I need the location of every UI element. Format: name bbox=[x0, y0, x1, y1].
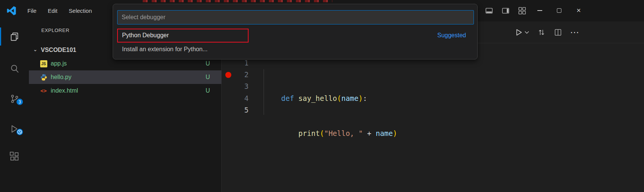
clock-icon bbox=[17, 129, 23, 135]
minimize-icon bbox=[537, 10, 542, 11]
code-token: + bbox=[363, 129, 376, 137]
search-icon bbox=[9, 63, 20, 74]
code-token bbox=[281, 129, 299, 137]
customize-layout-button[interactable] bbox=[516, 5, 528, 16]
html-file-icon: <> bbox=[40, 87, 47, 94]
code-token: : bbox=[363, 94, 367, 102]
quick-pick-item-label: Install an extension for Python... bbox=[122, 46, 208, 53]
sidebar-title: EXPLORER bbox=[41, 27, 69, 33]
folder-name: VSCODE101 bbox=[41, 47, 76, 53]
code-editor[interactable]: def say_hello(name): print("Hello, " + n… bbox=[264, 57, 397, 192]
clipped-window-title bbox=[143, 0, 332, 2]
files-icon bbox=[9, 31, 20, 42]
open-changes-button[interactable] bbox=[536, 27, 547, 38]
code-token: print bbox=[299, 129, 320, 137]
line-number: 2 bbox=[230, 69, 249, 81]
code-token: name bbox=[341, 94, 359, 102]
run-dropdown-chevron-button[interactable] bbox=[523, 27, 530, 38]
quick-pick-item-label: Python Debugger bbox=[122, 32, 169, 39]
chevron-down-icon bbox=[525, 31, 529, 34]
javascript-file-icon: JS bbox=[40, 60, 47, 67]
code-token: "Hello, " bbox=[324, 129, 363, 137]
vscode-logo-icon bbox=[6, 5, 17, 16]
git-untracked-badge: U bbox=[205, 74, 210, 81]
menu-edit[interactable]: Edit bbox=[42, 5, 63, 17]
menu-file[interactable]: File bbox=[22, 5, 42, 17]
extensions-icon bbox=[9, 151, 20, 162]
source-control-count-badge: 3 bbox=[16, 98, 24, 106]
code-token: def bbox=[281, 94, 299, 102]
code-token: ( bbox=[320, 129, 324, 137]
code-token: say_hello bbox=[299, 94, 337, 102]
run-python-file-button[interactable] bbox=[513, 27, 524, 38]
chevron-down-icon: ⌄ bbox=[33, 46, 38, 52]
code-line: say_hello("VS Code") bbox=[264, 186, 397, 192]
file-row-indexhtml[interactable]: <> index.html U bbox=[29, 84, 222, 98]
toggle-panel-button[interactable] bbox=[483, 5, 495, 16]
code-line: def say_hello(name): bbox=[264, 81, 397, 92]
line-number-gutter[interactable]: 1 2 3 4 5 bbox=[230, 57, 249, 116]
tab-bar-border bbox=[478, 43, 644, 43]
active-view-indicator bbox=[0, 27, 1, 46]
code-line: print("Hello, " + name) bbox=[264, 116, 397, 128]
file-row-hellopy[interactable]: hello.py U bbox=[29, 70, 222, 84]
open-changes-icon bbox=[537, 28, 546, 37]
suggested-badge: Suggested bbox=[437, 32, 466, 39]
file-name: index.html bbox=[51, 87, 78, 94]
ellipsis-icon: ⋯ bbox=[570, 29, 579, 36]
split-editor-button[interactable] bbox=[553, 27, 563, 38]
close-icon: ✕ bbox=[576, 7, 581, 14]
split-editor-icon bbox=[554, 28, 563, 37]
menu-selection[interactable]: Selection bbox=[63, 5, 98, 17]
run-icon bbox=[514, 28, 523, 37]
toggle-secondary-sidebar-button[interactable] bbox=[500, 5, 511, 16]
code-token: name bbox=[376, 129, 393, 137]
maximize-button[interactable] bbox=[554, 5, 565, 16]
line-number: 4 bbox=[230, 93, 249, 104]
activity-run-debug-button[interactable] bbox=[0, 118, 29, 139]
menu-bar: File Edit Selection bbox=[22, 0, 98, 21]
minimize-button[interactable] bbox=[534, 5, 545, 16]
activity-bar: 3 bbox=[0, 21, 29, 192]
code-token: ( bbox=[337, 94, 341, 102]
more-actions-button[interactable]: ⋯ bbox=[569, 27, 580, 38]
activity-explorer-button[interactable] bbox=[0, 26, 29, 47]
code-token: ) bbox=[393, 129, 397, 137]
code-token: ) bbox=[359, 94, 363, 102]
file-name: hello.py bbox=[51, 74, 71, 81]
git-untracked-badge: U bbox=[205, 87, 210, 94]
quick-pick-item-install-extension[interactable]: Install an extension for Python... bbox=[113, 43, 478, 56]
git-untracked-badge: U bbox=[205, 60, 210, 67]
quick-pick-item-python-debugger[interactable]: Python Debugger Suggested bbox=[113, 28, 478, 43]
line-number: 3 bbox=[230, 81, 249, 92]
python-file-icon bbox=[40, 73, 47, 81]
activity-search-button[interactable] bbox=[0, 58, 29, 79]
quick-pick-dropdown: Python Debugger Suggested Install an ext… bbox=[113, 4, 478, 59]
file-name: app.js bbox=[51, 60, 67, 67]
activity-extensions-button[interactable] bbox=[0, 146, 29, 167]
close-button[interactable]: ✕ bbox=[573, 5, 584, 16]
line-number: 5 bbox=[230, 104, 249, 116]
maximize-icon bbox=[557, 8, 561, 13]
debug-pending-clock-badge bbox=[16, 128, 24, 136]
debugger-search-input[interactable] bbox=[117, 10, 474, 24]
activity-source-control-button[interactable] bbox=[0, 88, 29, 109]
code-line bbox=[264, 151, 397, 163]
